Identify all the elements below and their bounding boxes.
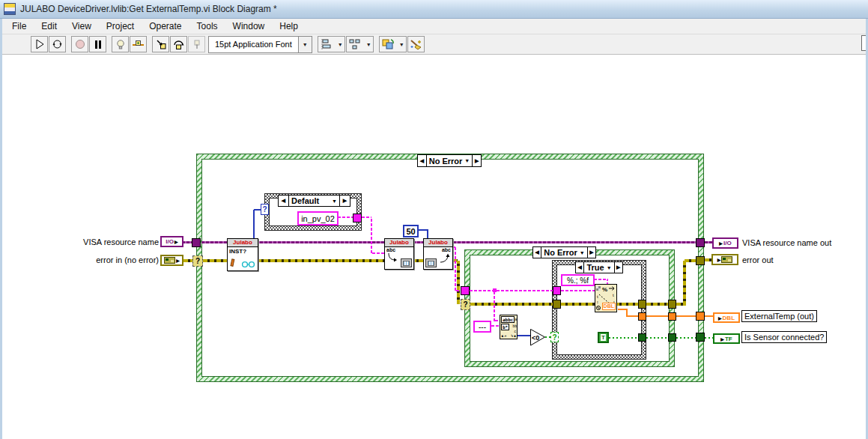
format-string-constant[interactable]: %.; %f bbox=[561, 274, 595, 286]
error-wire[interactable] bbox=[685, 259, 696, 262]
error-tunnel[interactable] bbox=[696, 256, 705, 265]
visa-resource-name-terminal[interactable]: I/O ▶ bbox=[160, 236, 183, 247]
outer-case-selector[interactable]: ◀ No Error ▼ ▶ bbox=[417, 154, 482, 167]
menu-tools[interactable]: Tools bbox=[189, 19, 225, 33]
menu-help[interactable]: Help bbox=[272, 19, 306, 33]
dbl-wire[interactable] bbox=[646, 315, 668, 317]
case-prev-icon[interactable]: ◀ bbox=[279, 196, 289, 206]
step-out-button[interactable] bbox=[188, 36, 205, 52]
error-wire[interactable] bbox=[646, 303, 668, 306]
case-prev-icon[interactable]: ◀ bbox=[418, 155, 427, 166]
bool-case-selector[interactable]: ◀ True ▼ ▶ bbox=[575, 261, 623, 273]
bool-wire[interactable] bbox=[646, 337, 668, 339]
outer-case-label[interactable]: No Error bbox=[427, 157, 465, 166]
inner-case-selector-terminal[interactable]: ? bbox=[461, 299, 470, 310]
bool-tunnel[interactable] bbox=[668, 333, 676, 342]
error-tunnel[interactable] bbox=[553, 300, 561, 309]
outer-case-selector-terminal[interactable]: ? bbox=[192, 255, 203, 267]
error-tunnel[interactable] bbox=[668, 300, 676, 309]
clean-up-diagram-button[interactable] bbox=[407, 36, 425, 52]
run-continuously-button[interactable] bbox=[49, 36, 66, 52]
bool-wire[interactable] bbox=[676, 337, 696, 339]
string-tunnel[interactable] bbox=[553, 286, 561, 295]
menu-window[interactable]: Window bbox=[225, 19, 273, 33]
case-dropdown-icon[interactable]: ▼ bbox=[607, 265, 612, 270]
string-wire[interactable] bbox=[494, 291, 495, 321]
visa-tunnel[interactable] bbox=[192, 238, 201, 247]
error-out-label[interactable]: error out bbox=[742, 255, 774, 264]
title-bar[interactable]: JULABO DeviceDriver.lvlib:Get ExternalTe… bbox=[0, 0, 868, 19]
error-wire[interactable] bbox=[457, 261, 460, 304]
bool-tunnel[interactable] bbox=[638, 333, 646, 342]
case-prev-icon[interactable]: ◀ bbox=[533, 247, 541, 258]
string-wire[interactable] bbox=[470, 290, 553, 291]
highlight-execution-button[interactable] bbox=[112, 36, 129, 52]
error-in-label[interactable]: error in (no error) bbox=[75, 255, 159, 264]
instrument-case-label[interactable]: Default bbox=[289, 196, 332, 205]
bool-case-label[interactable]: True bbox=[584, 263, 606, 272]
true-constant[interactable]: T bbox=[598, 332, 609, 343]
match-string-constant[interactable]: --- bbox=[473, 321, 491, 333]
visa-out-label[interactable]: VISA resource name out bbox=[742, 238, 831, 247]
sensor-connected-terminal[interactable]: ▶ TF bbox=[713, 333, 740, 344]
step-over-button[interactable] bbox=[170, 36, 187, 52]
vi-app-icon[interactable] bbox=[4, 3, 16, 15]
instrument-case-selector[interactable]: ◀ Default ▼ ▶ bbox=[278, 195, 350, 207]
menu-operate[interactable]: Operate bbox=[142, 19, 189, 33]
string-tunnel[interactable] bbox=[461, 286, 470, 295]
menu-project[interactable]: Project bbox=[99, 19, 142, 33]
case-next-icon[interactable]: ▶ bbox=[339, 196, 350, 206]
case-dropdown-icon[interactable]: ▼ bbox=[464, 158, 470, 163]
distribute-objects-button[interactable]: ▼ bbox=[346, 36, 374, 52]
bool-tunnel[interactable] bbox=[696, 333, 705, 342]
menu-edit[interactable]: Edit bbox=[34, 19, 64, 33]
string-wire[interactable] bbox=[491, 325, 500, 327]
visa-in-label[interactable]: VISA resource name bbox=[75, 237, 159, 246]
error-wire[interactable] bbox=[470, 303, 553, 306]
external-temp-terminal[interactable]: ▶ DBL bbox=[713, 312, 740, 323]
bool-wire[interactable] bbox=[705, 337, 713, 339]
string-wire[interactable] bbox=[561, 290, 595, 291]
match-pattern-node[interactable]: abbc a b* bb c ∎.+ ↳∎ bbox=[500, 315, 518, 339]
error-wire[interactable] bbox=[683, 261, 686, 306]
error-wire[interactable] bbox=[183, 259, 192, 262]
align-objects-button[interactable]: ▼ bbox=[318, 36, 345, 52]
menu-view[interactable]: View bbox=[64, 19, 99, 33]
step-into-button[interactable] bbox=[152, 36, 169, 52]
case-dropdown-icon[interactable]: ▼ bbox=[332, 199, 337, 204]
string-wire[interactable] bbox=[371, 217, 372, 253]
offset-wire[interactable] bbox=[518, 335, 530, 336]
julabo-read-subvi[interactable]: Julabo abc bbox=[423, 238, 453, 270]
instrument-case-selector-terminal[interactable]: ? bbox=[261, 204, 269, 215]
byte-count-constant[interactable]: 50 bbox=[403, 225, 419, 237]
enum-wire[interactable] bbox=[253, 210, 255, 239]
string-wire[interactable] bbox=[338, 217, 353, 218]
bool-wire[interactable] bbox=[609, 337, 638, 339]
dbl-wire[interactable] bbox=[705, 315, 713, 317]
string-wire[interactable] bbox=[455, 247, 456, 291]
julabo-initialize-subvi[interactable]: Julabo INST? bbox=[227, 238, 258, 271]
string-tunnel[interactable] bbox=[353, 214, 362, 222]
abort-button[interactable] bbox=[71, 36, 88, 52]
inner-case-selector[interactable]: ◀ No Error ▼ ▶ bbox=[532, 246, 596, 258]
dbl-tunnel[interactable] bbox=[668, 312, 676, 321]
case-prev-icon[interactable]: ◀ bbox=[576, 262, 584, 273]
error-out-terminal[interactable]: ▶ bbox=[711, 254, 738, 265]
visa-resource-name-out-terminal[interactable]: ▶ I/O bbox=[712, 237, 738, 249]
font-selector[interactable]: 15pt Application Font ▼ bbox=[208, 36, 312, 53]
case-next-icon[interactable]: ▶ bbox=[614, 262, 622, 273]
run-button[interactable] bbox=[31, 36, 48, 52]
visa-tunnel[interactable] bbox=[696, 238, 705, 247]
case-next-icon[interactable]: ▶ bbox=[587, 247, 595, 258]
case-dropdown-icon[interactable]: ▼ bbox=[580, 250, 585, 255]
command-string-constant[interactable]: in_pv_02 bbox=[297, 211, 339, 225]
dbl-tunnel[interactable] bbox=[638, 312, 646, 321]
sensor-connected-label[interactable]: Is Sensor connected? bbox=[741, 331, 827, 343]
error-in-terminal[interactable]: ▶ bbox=[160, 255, 183, 266]
dbl-tunnel[interactable] bbox=[696, 312, 705, 321]
case-next-icon[interactable]: ▶ bbox=[472, 155, 481, 166]
external-temp-label[interactable]: ExternalTemp (out) bbox=[741, 310, 817, 322]
reorder-button[interactable]: ▼ bbox=[379, 36, 407, 52]
scan-from-string-node[interactable]: % tt !! DBL bbox=[595, 284, 617, 312]
less-than-zero-node[interactable]: <0 bbox=[530, 329, 546, 346]
